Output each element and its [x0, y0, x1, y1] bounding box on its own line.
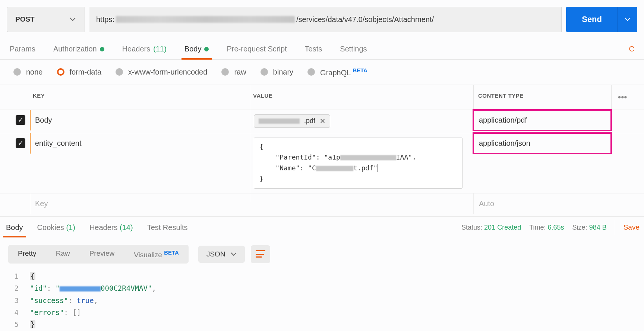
view-preview[interactable]: Preview	[80, 245, 124, 264]
truncated-indicator: C	[629, 45, 634, 59]
radio-icon	[261, 68, 268, 76]
code-body[interactable]: { "id": "000C2R4VMAV", "success": true, …	[30, 270, 156, 330]
body-type-row: none form-data x-www-form-urlencoded raw…	[0, 60, 644, 85]
request-bar: POST https: /services/data/v47.0/sobject…	[0, 0, 644, 39]
radio-icon	[307, 68, 315, 76]
response-tab-cookies[interactable]: Cookies (1)	[36, 218, 77, 237]
tab-authorization[interactable]: Authorization	[53, 45, 104, 59]
form-data-row: ✓ Body .pdf ✕ application/pdf	[0, 110, 644, 133]
size-label: Size: 984 B	[572, 224, 607, 231]
response-view-bar: Pretty Raw Preview Visualize BETA JSON	[0, 238, 644, 270]
form-data-row: ✓ entity_content { "ParentId": "a1pIAA",…	[0, 133, 644, 193]
status-dot-icon	[100, 47, 104, 51]
send-button[interactable]: Send	[566, 7, 618, 32]
body-type-xwww[interactable]: x-www-form-urlencoded	[116, 68, 207, 76]
url-prefix: https:	[96, 15, 114, 24]
time-label: Time: 6.65s	[529, 224, 564, 231]
view-mode-segment: Pretty Raw Preview Visualize BETA	[8, 245, 189, 264]
url-input[interactable]: https: /services/data/v47.0/sobjects/Att…	[89, 7, 562, 32]
row-value-textarea[interactable]: { "ParentId": "a1pIAA", "Name": "Ct.pdf"…	[254, 138, 463, 189]
new-key-input[interactable]: Key	[30, 193, 250, 214]
row-content-type[interactable]: application/json	[473, 133, 611, 154]
radio-icon	[221, 68, 229, 76]
tab-params[interactable]: Params	[10, 45, 35, 59]
view-pretty[interactable]: Pretty	[8, 245, 46, 264]
row-content-type[interactable]: application/pdf	[473, 110, 611, 130]
radio-icon	[57, 68, 64, 76]
form-data-row-new: Key Auto	[0, 193, 644, 217]
redacted	[340, 155, 396, 160]
wrap-lines-icon	[256, 250, 265, 258]
row-enabled-checkbox[interactable]: ✓	[16, 115, 25, 125]
chevron-down-icon	[231, 252, 237, 256]
status-dot-icon	[204, 47, 209, 51]
wrap-lines-button[interactable]	[251, 245, 270, 263]
file-name-redacted	[259, 119, 300, 124]
body-type-none[interactable]: none	[13, 68, 43, 76]
view-raw[interactable]: Raw	[46, 245, 80, 264]
column-key: KEY	[30, 85, 250, 110]
tab-tests[interactable]: Tests	[305, 45, 322, 59]
body-type-binary[interactable]: binary	[261, 68, 293, 76]
row-enabled-checkbox[interactable]: ✓	[16, 138, 25, 148]
radio-icon	[13, 68, 21, 76]
send-button-group: Send	[566, 7, 637, 32]
response-body-code: 1 2 3 4 5 { "id": "000C2R4VMAV", "succes…	[0, 270, 644, 331]
body-type-graphql[interactable]: GraphQL BETA	[307, 67, 367, 77]
chevron-down-icon	[625, 18, 631, 21]
redacted	[316, 166, 353, 171]
http-method-value: POST	[15, 15, 35, 23]
radio-icon	[116, 68, 123, 76]
more-columns-button[interactable]: •••	[611, 85, 634, 110]
tab-settings[interactable]: Settings	[340, 45, 367, 59]
row-key-input[interactable]: entity_content	[30, 133, 250, 154]
send-dropdown-button[interactable]	[618, 7, 637, 32]
response-bar: Body Cookies (1) Headers (14) Test Resul…	[0, 217, 644, 238]
save-response-button[interactable]: Save	[624, 223, 640, 231]
status-label: Status: 201 Created	[461, 224, 521, 231]
format-select[interactable]: JSON	[198, 246, 245, 263]
file-attachment-chip[interactable]: .pdf ✕	[254, 114, 330, 128]
line-gutter: 1 2 3 4 5	[8, 270, 30, 330]
form-data-table-header: KEY VALUE CONTENT TYPE •••	[0, 85, 644, 110]
url-suffix: /services/data/v47.0/sobjects/Attachment…	[296, 15, 434, 24]
tab-pre-request[interactable]: Pre-request Script	[227, 45, 287, 59]
redacted	[60, 286, 101, 291]
tab-headers[interactable]: Headers (11)	[122, 45, 167, 59]
response-tab-headers[interactable]: Headers (14)	[88, 218, 135, 237]
response-tab-body[interactable]: Body	[4, 218, 25, 237]
body-type-form-data[interactable]: form-data	[57, 68, 102, 76]
response-tab-test-results[interactable]: Test Results	[146, 218, 189, 237]
new-type-input[interactable]: Auto	[473, 193, 611, 214]
row-key-input[interactable]: Body	[30, 110, 250, 130]
request-tabs: Params Authorization Headers (11) Body P…	[0, 39, 644, 60]
url-redacted	[116, 16, 295, 23]
column-value: VALUE	[250, 85, 473, 110]
http-method-select[interactable]: POST	[7, 7, 85, 32]
remove-file-icon[interactable]: ✕	[320, 117, 325, 125]
body-type-raw[interactable]: raw	[221, 68, 246, 76]
tab-body[interactable]: Body	[184, 45, 209, 59]
column-content-type: CONTENT TYPE	[473, 85, 611, 110]
chevron-down-icon	[70, 18, 76, 21]
view-visualize[interactable]: Visualize BETA	[124, 245, 189, 264]
